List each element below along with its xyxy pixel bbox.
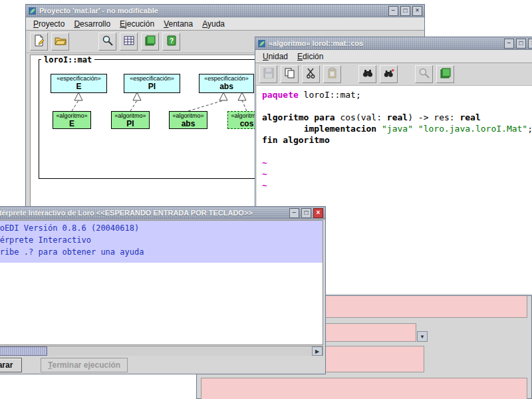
editor-toolbar bbox=[255, 63, 532, 86]
close-button[interactable]: × bbox=[313, 208, 323, 218]
help-book-icon: ? bbox=[166, 35, 178, 49]
new-doc-icon bbox=[33, 35, 45, 49]
interpreter-window: Intérprete Interactivo de Loro <<ESPERAN… bbox=[0, 206, 326, 374]
algo-box-E[interactable]: «algoritmo» E bbox=[53, 111, 91, 129]
menu-ventana[interactable]: Ventana bbox=[159, 18, 198, 30]
scrollbar-thumb[interactable] bbox=[0, 346, 47, 356]
binoculars-next-icon bbox=[383, 67, 395, 81]
spec-box-PI[interactable]: «especificación» PI bbox=[124, 74, 180, 93]
box-name: abs bbox=[170, 120, 207, 128]
menu-unidad[interactable]: Unidad bbox=[258, 51, 293, 63]
paste-button[interactable] bbox=[323, 65, 341, 83]
maximize-button[interactable]: □ bbox=[301, 208, 311, 218]
book-icon bbox=[144, 35, 156, 49]
maximize-button[interactable]: □ bbox=[516, 39, 526, 49]
interpreter-console[interactable]: LoroEDI Versión 0.8.6 (20040618)Intérpre… bbox=[0, 220, 323, 345]
window-icon bbox=[257, 39, 267, 48]
spec-box-abs[interactable]: «especificación» abs bbox=[199, 74, 254, 93]
menu-edicion[interactable]: Edición bbox=[293, 51, 328, 63]
docs-button[interactable] bbox=[436, 65, 454, 83]
menu-ejecucion[interactable]: Ejecución bbox=[115, 18, 159, 30]
scrollbar-track[interactable] bbox=[0, 346, 312, 356]
find-button[interactable] bbox=[358, 65, 376, 83]
window-title: Intérprete Interactivo de Loro <<ESPERAN… bbox=[0, 209, 287, 217]
spec-box-E[interactable]: «especificación» E bbox=[51, 74, 107, 93]
scissors-icon bbox=[305, 67, 317, 81]
editor-titlebar[interactable]: «algoritmo» loroI::mat::cos − □ × bbox=[255, 37, 532, 50]
minimize-button[interactable]: − bbox=[504, 39, 514, 49]
copy-icon bbox=[284, 67, 296, 81]
menu-desarrollo[interactable]: Desarrollo bbox=[69, 18, 115, 30]
project-titlebar[interactable]: Proyecto 'mat.lar' - no modificable − □ … bbox=[26, 5, 424, 17]
grid-view-button[interactable] bbox=[120, 33, 138, 51]
interpreter-lines: LoroEDI Versión 0.8.6 (20040618)Intérpre… bbox=[0, 221, 323, 263]
minimize-button[interactable]: − bbox=[289, 208, 299, 218]
save-button[interactable] bbox=[259, 65, 277, 83]
binoculars-icon bbox=[362, 67, 374, 81]
open-project-button[interactable] bbox=[51, 33, 69, 51]
minimize-button[interactable]: − bbox=[388, 6, 398, 16]
book-icon bbox=[440, 67, 452, 81]
zoom-button[interactable] bbox=[98, 33, 116, 51]
window-title: «algoritmo» loroI::mat::cos bbox=[269, 39, 502, 47]
window-title: Proyecto 'mat.lar' - no modificable bbox=[39, 7, 386, 15]
scroll-down-button[interactable]: ▼ bbox=[417, 331, 428, 342]
help-button[interactable]: ? bbox=[162, 33, 180, 51]
window-icon bbox=[28, 6, 37, 15]
stop-button[interactable]: Parar bbox=[0, 358, 22, 372]
scroll-down-icon: ▼ bbox=[420, 334, 425, 340]
box-name: E bbox=[51, 82, 106, 91]
magnifier-icon bbox=[102, 35, 114, 49]
magnifier-icon bbox=[418, 67, 430, 81]
code-lines: paquete loroI::mat;algoritmo para cos(va… bbox=[262, 90, 532, 158]
save-icon bbox=[263, 67, 275, 81]
editor-menubar: Unidad Edición bbox=[255, 50, 532, 63]
copy-button[interactable] bbox=[281, 65, 299, 83]
zoom-button[interactable] bbox=[415, 65, 433, 83]
horizontal-scrollbar[interactable]: ◀ ▶ bbox=[0, 346, 323, 356]
project-menubar: Proyecto Desarrollo Ejecución Ventana Ay… bbox=[26, 17, 424, 31]
docs-button[interactable] bbox=[141, 33, 159, 51]
box-name: abs bbox=[200, 82, 253, 91]
interpreter-titlebar[interactable]: Intérprete Interactivo de Loro <<ESPERAN… bbox=[0, 207, 325, 219]
cut-button[interactable] bbox=[302, 65, 320, 83]
algo-box-PI[interactable]: «algoritmo» PI bbox=[111, 111, 150, 129]
svg-text:?: ? bbox=[169, 37, 173, 45]
box-name: PI bbox=[112, 120, 149, 128]
box-name: E bbox=[53, 120, 90, 128]
open-folder-icon bbox=[55, 35, 66, 49]
terminate-execution-button[interactable]: Terminar ejecución bbox=[41, 358, 128, 372]
package-label: loroI::mat bbox=[41, 55, 94, 65]
scroll-right-button[interactable]: ▶ bbox=[312, 346, 323, 356]
new-unit-button[interactable] bbox=[30, 33, 48, 51]
menu-ayuda[interactable]: Ayuda bbox=[198, 18, 229, 30]
exec-output-pane-bottom[interactable] bbox=[201, 378, 527, 399]
close-button[interactable]: × bbox=[528, 39, 532, 49]
grid-icon bbox=[123, 35, 135, 49]
maximize-button[interactable]: □ bbox=[400, 6, 410, 16]
menu-proyecto[interactable]: Proyecto bbox=[29, 18, 69, 30]
clipboard-icon bbox=[327, 67, 338, 81]
find-next-button[interactable] bbox=[380, 65, 398, 83]
close-button[interactable]: × bbox=[412, 6, 422, 16]
interpreter-button-row: Parar Terminar ejecución bbox=[0, 356, 325, 374]
tilde-lines: ~~~ bbox=[262, 158, 532, 192]
algo-box-abs[interactable]: «algoritmo» abs bbox=[169, 111, 207, 129]
box-name: PI bbox=[124, 82, 180, 91]
